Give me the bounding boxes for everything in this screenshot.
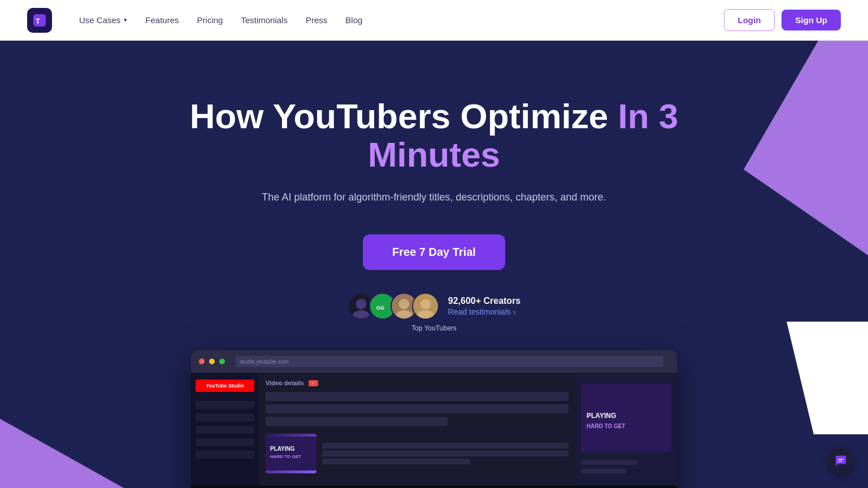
- chat-button[interactable]: [827, 447, 854, 474]
- ss-field-short: [266, 417, 448, 426]
- deco-top-right: [744, 41, 868, 255]
- ss-field: [266, 404, 568, 413]
- screenshot-sidebar: YouTube Studio: [191, 373, 259, 486]
- browser-dot-yellow: [209, 359, 215, 364]
- header: T Use Cases ▾ Features Pricing Testimoni…: [0, 0, 868, 41]
- screenshot-main: Video details ✓ PLAYING HARD TO G: [259, 373, 575, 486]
- signup-button[interactable]: Sign Up: [782, 10, 841, 30]
- ss-thumbnail: PLAYING HARD TO GET: [266, 434, 316, 473]
- nav-press[interactable]: Press: [299, 11, 334, 29]
- top-youtubers-label: Top YouTubers: [411, 324, 457, 332]
- nav-blog[interactable]: Blog: [338, 11, 369, 29]
- ss-field: [266, 392, 568, 401]
- svg-text:HARD TO GET: HARD TO GET: [587, 423, 626, 429]
- yt-logo: YouTube Studio: [196, 380, 254, 392]
- browser-dot-green: [219, 359, 225, 364]
- nav-testimonials[interactable]: Testimonials: [234, 11, 294, 29]
- svg-text:T: T: [36, 17, 40, 25]
- header-left: T Use Cases ▾ Features Pricing Testimoni…: [27, 8, 369, 33]
- ss-field: [322, 443, 568, 448]
- product-screenshot: studio.youtube.com YouTube Studio Video …: [191, 350, 677, 488]
- browser-url-bar: studio.youtube.com: [235, 356, 663, 367]
- browser-url-text: studio.youtube.com: [240, 359, 289, 365]
- screenshot-body: YouTube Studio Video details ✓: [191, 373, 677, 486]
- hero-title: How YouTubers Optimize In 3 Minutes: [180, 97, 688, 174]
- svg-point-11: [420, 299, 431, 310]
- logo-wrap: T: [27, 8, 52, 33]
- svg-rect-21: [581, 469, 626, 473]
- svg-rect-20: [581, 460, 637, 465]
- screenshot-right: PLAYING HARD TO GET: [575, 373, 677, 486]
- ss-field: [322, 459, 470, 464]
- nav-features[interactable]: Features: [138, 11, 185, 29]
- svg-point-8: [399, 299, 409, 310]
- main-nav: Use Cases ▾ Features Pricing Testimonial…: [72, 11, 369, 29]
- sidebar-item-ss: [196, 438, 254, 446]
- svg-text:PLAYING: PLAYING: [270, 446, 295, 452]
- nav-pricing[interactable]: Pricing: [190, 11, 230, 29]
- creator-count: 92,600+ Creators: [448, 296, 521, 306]
- ss-badge: ✓: [309, 380, 318, 386]
- nav-use-cases[interactable]: Use Cases ▾: [72, 11, 134, 29]
- ss-field: [322, 451, 568, 456]
- sidebar-item-ss: [196, 413, 254, 421]
- screenshot-bottom-bar: Optimizing Your YouTube Video In Seconds: [191, 486, 677, 488]
- sidebar-item-ss: [196, 451, 254, 459]
- hero-content: How YouTubers Optimize In 3 Minutes The …: [180, 97, 688, 270]
- cta-button[interactable]: Free 7 Day Trial: [363, 234, 505, 270]
- sidebar-item-ss: [196, 401, 254, 409]
- arrow-right-icon: ›: [513, 307, 516, 316]
- hero-section: How YouTubers Optimize In 3 Minutes The …: [0, 41, 868, 488]
- svg-text:PLAYING: PLAYING: [587, 412, 616, 420]
- browser-dot-red: [199, 359, 205, 364]
- login-button[interactable]: Login: [724, 9, 775, 31]
- ss-heading: Video details: [266, 380, 304, 386]
- avatar-group: GG: [348, 293, 439, 320]
- read-testimonials-link[interactable]: Read testimonials ›: [448, 307, 521, 316]
- hero-subtitle: The AI platform for algorithm-friendly t…: [262, 190, 606, 205]
- avatar: [412, 293, 439, 320]
- sidebar-item-ss: [196, 426, 254, 434]
- chevron-down-icon: ▾: [124, 16, 127, 24]
- proof-info: 92,600+ Creators Read testimonials ›: [448, 296, 521, 316]
- svg-rect-13: [266, 437, 316, 470]
- social-proof: GG 92,600+ Creators Rea: [348, 293, 521, 320]
- svg-text:GG: GG: [376, 305, 384, 311]
- deco-bottom-left: [0, 355, 170, 488]
- logo-icon[interactable]: T: [27, 8, 52, 33]
- svg-text:HARD TO GET: HARD TO GET: [270, 454, 301, 459]
- ss-fields: [266, 392, 568, 426]
- browser-bar: studio.youtube.com: [191, 350, 677, 373]
- deco-bottom-right: [732, 321, 868, 434]
- svg-point-3: [356, 299, 366, 310]
- header-right: Login Sign Up: [724, 9, 841, 31]
